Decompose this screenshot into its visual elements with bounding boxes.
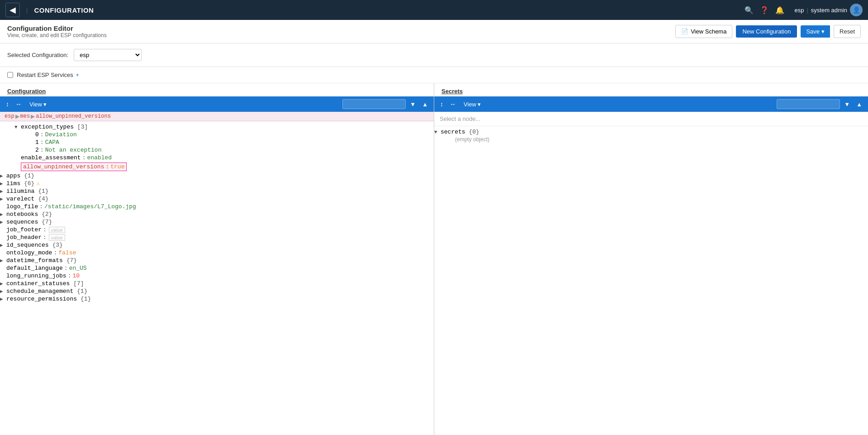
tree-key: 2 — [35, 147, 39, 153]
highlighted-row: allow_unpinned_versions : true — [21, 163, 127, 171]
breadcrumb-esp[interactable]: esp — [5, 113, 14, 120]
bell-icon[interactable]: 🔔 — [775, 6, 784, 14]
list-item[interactable]: ▶ sequences {7} — [0, 218, 434, 226]
toggle-icon[interactable]: ▼ — [14, 124, 21, 130]
toggle-icon[interactable]: ▼ — [434, 129, 441, 135]
config-collapse-button[interactable]: ↔ — [13, 99, 24, 109]
toggle-icon[interactable]: ▶ — [0, 196, 6, 202]
view-schema-button[interactable]: 📄 View Schema — [675, 25, 732, 38]
list-item[interactable]: job_footer : value — [0, 226, 434, 234]
secrets-filter-button[interactable]: ▼ — [842, 100, 852, 109]
nav-title: CONFIGURATION — [34, 6, 94, 14]
help-icon[interactable]: ❓ — [760, 6, 769, 14]
restart-label[interactable]: Restart ESP Services + — [17, 72, 79, 78]
list-item[interactable]: logo_file : /static/images/L7_Logo.jpg — [0, 203, 434, 210]
save-dropdown-icon: ▾ — [821, 28, 825, 35]
list-item[interactable]: default_language : en_US — [0, 264, 434, 272]
save-button[interactable]: Save ▾ — [801, 25, 830, 38]
warn-icon: ⚠ — [36, 180, 39, 187]
secrets-toolbar: ↕ ↔ View ▾ ▼ ▲ — [434, 96, 868, 112]
nav-user-label: esp — [794, 7, 804, 14]
list-item[interactable]: job_header : value — [0, 234, 434, 241]
list-item[interactable]: 1 : CAPA — [0, 139, 434, 146]
config-selector-label: Selected Configuration: — [7, 52, 68, 58]
config-search-input[interactable] — [342, 99, 406, 109]
search-icon[interactable]: 🔍 — [745, 6, 754, 14]
list-item[interactable]: ▶ varelect {4} — [0, 195, 434, 203]
list-item[interactable]: ▼ secrets {0} — [434, 128, 868, 136]
toggle-icon[interactable]: ▶ — [0, 281, 6, 287]
tree-meta: {6} — [20, 180, 34, 187]
secrets-panel: Secrets ↕ ↔ View ▾ ▼ ▲ Select a nod — [434, 83, 868, 435]
view-label: View — [464, 101, 476, 108]
tree-key: datetime_formats — [6, 257, 63, 264]
toggle-icon[interactable]: ▶ — [0, 188, 6, 194]
list-item[interactable]: ▶ apps {1} — [0, 172, 434, 180]
config-selector-select[interactable]: esp — [74, 49, 142, 61]
list-item[interactable]: 2 : Not an exception — [0, 146, 434, 154]
list-item[interactable]: ▶ notebooks {2} — [0, 210, 434, 218]
toggle-icon — [449, 137, 455, 142]
collapse-icon: ↔ — [450, 100, 456, 108]
toggle-icon — [29, 148, 35, 153]
tree-meta: {1} — [77, 296, 91, 302]
list-item[interactable]: ▶ container_statuses [7] — [0, 280, 434, 287]
secrets-search-input[interactable] — [777, 99, 840, 109]
restart-checkbox[interactable] — [7, 72, 13, 78]
toggle-icon — [29, 140, 35, 145]
breadcrumb-sep-2: ▶ — [31, 113, 35, 120]
secrets-scroll-up-button[interactable]: ▲ — [854, 100, 864, 109]
secrets-expand-button[interactable]: ↕ — [438, 99, 446, 109]
config-view-button[interactable]: View ▾ — [26, 100, 50, 109]
secrets-view-button[interactable]: View ▾ — [460, 100, 484, 109]
tree-meta: {1} — [34, 188, 48, 195]
new-config-label: New Configuration — [742, 28, 791, 35]
filter-icon: ▼ — [844, 101, 850, 108]
secrets-collapse-button[interactable]: ↔ — [447, 99, 458, 109]
scroll-up-icon: ▲ — [422, 101, 428, 108]
toggle-icon[interactable]: ▶ — [0, 173, 6, 179]
list-item[interactable]: 0 : Deviation — [0, 131, 434, 139]
view-dropdown-icon: ▾ — [43, 101, 47, 108]
tree-key: default_language — [6, 265, 63, 272]
list-item[interactable]: ▶ lims {6} ⚠ — [0, 180, 434, 187]
toggle-icon — [29, 132, 35, 138]
toggle-icon[interactable]: ▶ — [0, 258, 6, 263]
list-item[interactable]: ▼ exception_types [3] — [0, 123, 434, 131]
config-scroll-up-button[interactable]: ▲ — [420, 100, 430, 109]
toggle-icon[interactable]: ▶ — [0, 219, 6, 225]
config-tree-area: ▼ exception_types [3] 0 : Deviation — [0, 121, 434, 435]
list-item[interactable]: long_running_jobs : 10 — [0, 272, 434, 280]
config-panel-title[interactable]: Configuration — [0, 83, 434, 96]
breadcrumb-mes[interactable]: mes — [20, 113, 30, 120]
tree-key: notebooks — [6, 211, 38, 218]
list-item[interactable]: ▶ illumina {1} — [0, 187, 434, 195]
config-expand-button[interactable]: ↕ — [4, 99, 11, 109]
toggle-icon[interactable]: ▶ — [0, 211, 6, 217]
top-nav: ◀ | CONFIGURATION 🔍 ❓ 🔔 esp | system adm… — [0, 0, 868, 20]
toggle-icon[interactable]: ▶ — [0, 296, 6, 302]
secrets-panel-title[interactable]: Secrets — [434, 83, 868, 96]
list-item[interactable]: ▶ datetime_formats {7} — [0, 257, 434, 264]
config-filter-button[interactable]: ▼ — [408, 100, 418, 109]
toggle-icon[interactable]: ▶ — [0, 288, 6, 294]
list-item[interactable]: ▶ schedule_management {1} — [0, 287, 434, 295]
toggle-icon[interactable]: ▶ — [0, 242, 6, 248]
list-item[interactable]: allow_unpinned_versions : true — [0, 162, 434, 172]
new-configuration-button[interactable]: New Configuration — [736, 25, 797, 38]
breadcrumb-sep-1: ▶ — [15, 113, 19, 120]
list-item[interactable]: ▶ resource_permissions {1} — [0, 295, 434, 303]
tree-key: enable_assessment — [21, 154, 81, 161]
tree-key: varelect — [6, 196, 34, 202]
tree-key: secrets — [441, 129, 465, 135]
avatar[interactable]: 👤 — [850, 4, 863, 16]
list-item[interactable]: enable_assessment : enabled — [0, 154, 434, 162]
reset-button[interactable]: Reset — [834, 25, 861, 38]
nav-back-button[interactable]: ◀ — [5, 3, 20, 17]
toggle-icon[interactable]: ▶ — [0, 181, 6, 186]
page-subtitle: View, create, and edit ESP configuration… — [7, 32, 107, 38]
breadcrumb-allow[interactable]: allow_unpinned_versions — [36, 113, 111, 120]
tree-meta: {7} — [63, 257, 77, 264]
list-item[interactable]: ▶ id_sequences {3} — [0, 241, 434, 249]
list-item[interactable]: ontology_mode : false — [0, 249, 434, 257]
